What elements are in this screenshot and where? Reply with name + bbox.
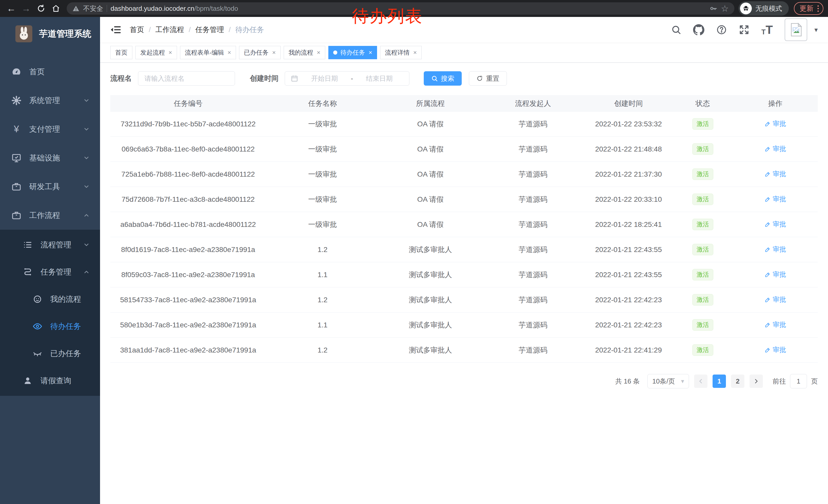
close-icon[interactable]: × xyxy=(227,49,231,56)
tab-home[interactable]: 首页 xyxy=(110,46,132,59)
fullscreen-icon[interactable] xyxy=(739,25,749,35)
cell-starter: 芋道源码 xyxy=(482,137,584,162)
sidebar-item-done-tasks[interactable]: 已办任务 xyxy=(0,340,100,367)
breadcrumb-home[interactable]: 首页 xyxy=(130,25,144,35)
browser-menu-icon[interactable] xyxy=(818,5,819,12)
avatar-caret-icon[interactable]: ▾ xyxy=(815,26,818,34)
page-button-2[interactable]: 2 xyxy=(731,374,744,388)
approve-link[interactable]: 审批 xyxy=(764,220,786,229)
sidebar-item-devtools[interactable]: 研发工具 xyxy=(0,172,100,201)
close-icon[interactable]: × xyxy=(317,49,320,56)
chevron-down-icon xyxy=(83,241,90,248)
cell-task-name: 一级审批 xyxy=(266,111,379,137)
page-size-select[interactable]: 10条/页 ▾ xyxy=(648,374,689,388)
tab-todo-tasks[interactable]: 待办任务× xyxy=(328,46,377,59)
sidebar-item-label: 系统管理 xyxy=(29,95,60,106)
app-title: 芋道管理系统 xyxy=(39,28,91,40)
breadcrumb-task-management[interactable]: 任务管理 xyxy=(196,25,224,35)
security-label[interactable]: 不安全 xyxy=(83,4,103,13)
status-badge: 激活 xyxy=(692,244,713,255)
browser-back-button[interactable]: ← xyxy=(5,2,18,15)
close-icon[interactable]: × xyxy=(413,49,417,56)
approve-link[interactable]: 审批 xyxy=(764,345,786,354)
approve-link[interactable]: 审批 xyxy=(764,194,786,203)
cell-process: 测试多审批人 xyxy=(379,338,482,363)
table-row: 069c6a63-7b8a-11ec-8ef0-acde48001122 一级审… xyxy=(110,137,818,162)
goto-suffix: 页 xyxy=(811,377,818,386)
font-size-icon[interactable]: TT xyxy=(761,24,773,36)
incognito-icon xyxy=(742,5,750,12)
sidebar-item-label: 研发工具 xyxy=(29,182,60,192)
todo-task-table: 任务编号 任务名称 所属流程 流程发起人 创建时间 状态 操作 73211d9d… xyxy=(110,95,818,363)
list-icon xyxy=(22,239,33,250)
search-icon xyxy=(431,75,438,82)
close-icon[interactable]: × xyxy=(169,49,172,56)
refresh-icon xyxy=(476,75,483,82)
approve-link[interactable]: 审批 xyxy=(764,144,786,153)
sidebar-collapse-icon[interactable] xyxy=(110,25,121,34)
sidebar-item-label: 支付管理 xyxy=(29,124,60,135)
header-search-icon[interactable] xyxy=(671,25,681,35)
approve-link[interactable]: 审批 xyxy=(764,119,786,128)
bookmark-star-icon[interactable]: ☆ xyxy=(721,4,729,13)
tab-form-edit[interactable]: 流程表单-编辑× xyxy=(180,46,236,59)
status-badge: 激活 xyxy=(692,269,713,280)
sidebar-item-label: 待办任务 xyxy=(50,321,81,332)
table-row: 725a1eb6-7b88-11ec-8ef0-acde48001122 一级审… xyxy=(110,162,818,187)
cell-process: 测试多审批人 xyxy=(379,287,482,313)
range-separator: - xyxy=(351,75,353,83)
tab-start-process[interactable]: 发起流程× xyxy=(135,46,177,59)
pencil-icon xyxy=(764,146,771,152)
breadcrumb-workflow[interactable]: 工作流程 xyxy=(156,25,184,35)
sidebar-item-workflow[interactable]: 工作流程 xyxy=(0,201,100,230)
sidebar-item-task-management[interactable]: 任务管理 xyxy=(0,259,100,286)
approve-link[interactable]: 审批 xyxy=(764,170,786,178)
close-icon[interactable]: × xyxy=(272,49,276,56)
sidebar-item-todo-tasks[interactable]: 待办任务 xyxy=(0,313,100,340)
approve-link[interactable]: 审批 xyxy=(764,320,786,329)
tab-process-detail[interactable]: 流程详情× xyxy=(380,46,422,59)
github-icon[interactable] xyxy=(693,24,704,35)
browser-reload-button[interactable] xyxy=(34,2,48,15)
sidebar-item-home[interactable]: 首页 xyxy=(0,57,100,86)
sidebar-item-infrastructure[interactable]: 基础设施 xyxy=(0,144,100,172)
flow-tree-icon xyxy=(22,266,33,278)
sidebar-item-process-management[interactable]: 流程管理 xyxy=(0,231,100,259)
cell-task-name: 1.1 xyxy=(266,313,379,338)
pencil-icon xyxy=(764,272,771,278)
table-row: 8f0d1619-7ac8-11ec-a9e2-a2380e71991a 1.2… xyxy=(110,237,818,262)
col-create-time: 创建时间 xyxy=(584,96,673,111)
approve-link[interactable]: 审批 xyxy=(764,245,786,254)
reset-button[interactable]: 重置 xyxy=(469,71,507,86)
password-key-icon[interactable] xyxy=(709,4,717,12)
search-button[interactable]: 搜索 xyxy=(424,71,462,86)
cell-time: 2022-01-21 22:41:29 xyxy=(584,338,673,363)
browser-forward-button[interactable]: → xyxy=(19,2,33,15)
tab-done-tasks[interactable]: 已办任务× xyxy=(239,46,281,59)
sidebar-item-my-process[interactable]: 我的流程 xyxy=(0,286,100,313)
col-starter: 流程发起人 xyxy=(482,96,584,111)
cell-time: 2022-01-21 22:42:23 xyxy=(584,313,673,338)
sidebar-item-system[interactable]: 系统管理 xyxy=(0,86,100,115)
approve-link[interactable]: 审批 xyxy=(764,295,786,304)
pencil-icon xyxy=(764,246,771,253)
help-icon[interactable] xyxy=(716,25,727,35)
browser-home-button[interactable] xyxy=(49,2,63,15)
goto-page-input[interactable] xyxy=(790,374,807,388)
approve-link[interactable]: 审批 xyxy=(764,270,786,279)
close-icon[interactable]: × xyxy=(369,49,372,56)
avatar[interactable] xyxy=(785,18,807,41)
sidebar-item-leave-query[interactable]: 请假查询 xyxy=(0,367,100,394)
cell-process: OA 请假 xyxy=(379,162,482,187)
browser-update-button[interactable]: 更新 xyxy=(794,2,823,15)
sidebar-item-payment[interactable]: ¥ 支付管理 xyxy=(0,115,100,144)
prev-page-button[interactable] xyxy=(694,374,707,388)
cell-task-id: 725a1eb6-7b88-11ec-8ef0-acde48001122 xyxy=(110,162,266,187)
cell-time: 2022-01-22 21:37:30 xyxy=(584,162,673,187)
process-name-input[interactable] xyxy=(138,71,235,86)
tab-my-process[interactable]: 我的流程× xyxy=(284,46,325,59)
page-button-1[interactable]: 1 xyxy=(713,374,726,388)
next-page-button[interactable] xyxy=(749,374,763,388)
app-logo-row[interactable]: 芋道管理系统 xyxy=(0,17,100,51)
date-range-picker[interactable]: 开始日期 - 结束日期 xyxy=(285,71,409,86)
